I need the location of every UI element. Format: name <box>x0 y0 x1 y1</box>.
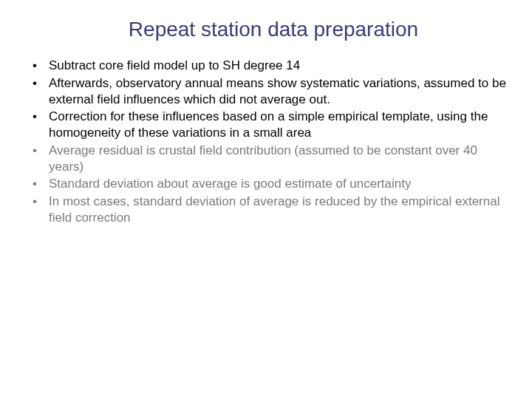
bullet-list: Subtract core field model up to SH degre… <box>22 58 510 226</box>
bullet-item: In most cases, standard deviation of ave… <box>28 194 510 226</box>
bullet-item: Average residual is crustal field contri… <box>28 143 510 175</box>
slide: Repeat station data preparation Subtract… <box>0 0 532 399</box>
bullet-item: Subtract core field model up to SH degre… <box>28 58 510 74</box>
bullet-item: Standard deviation about average is good… <box>28 176 510 192</box>
slide-title: Repeat station data preparation <box>66 18 480 41</box>
bullet-item: Afterwards, observatory annual means sho… <box>28 75 510 108</box>
bullet-item: Correction for these influences based on… <box>28 109 510 141</box>
